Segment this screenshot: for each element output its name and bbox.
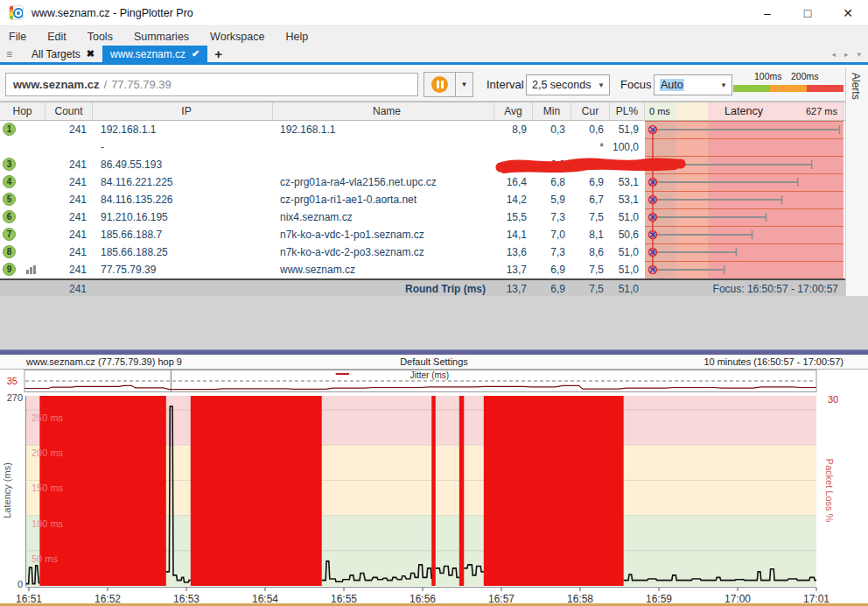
- pl-cell: 51,0: [610, 243, 645, 261]
- latency-range-cell: [645, 156, 844, 173]
- name-cell: cz-prg01a-ra4-vla2156.net.upc.cz: [273, 173, 494, 191]
- minimize-button[interactable]: –: [747, 0, 788, 25]
- title-bar: www.seznam.cz - PingPlotter Pro – □ ✕: [0, 0, 868, 26]
- hop-number-badge: 9: [3, 263, 16, 276]
- hop-cell: 9: [0, 261, 46, 278]
- name-cell: nix4.seznam.cz: [273, 208, 494, 226]
- tab-scroll-controls[interactable]: ◂▸▾: [831, 50, 861, 62]
- avg-cell: [494, 138, 533, 156]
- trace-table: Hop Count IP Name Avg Min Cur PL% 0 ms L…: [0, 102, 845, 298]
- table-row[interactable]: 424184.116.221.225cz-prg01a-ra4-vla2156.…: [0, 173, 845, 191]
- ip-cell: 185.66.188.7: [93, 226, 273, 243]
- table-row[interactable]: 624191.210.16.195nix4.seznam.cz15,57,37,…: [0, 208, 845, 226]
- table-row[interactable]: 924177.75.79.39www.seznam.cz13,76,97,551…: [0, 261, 845, 278]
- name-cell: n7k-ko-a-vdc-2-po3.seznam.cz: [273, 243, 494, 261]
- min-cell: 0,3: [533, 121, 571, 138]
- maximize-button[interactable]: □: [788, 0, 828, 25]
- band-value-label: 50 ms: [32, 553, 58, 564]
- jitter-axis-title: Jitter (ms): [410, 370, 449, 380]
- cur-cell: 7,5: [571, 208, 610, 226]
- hop-number-badge: 7: [3, 228, 16, 241]
- table-row[interactable]: 1241192.168.1.1192.168.1.18,90,30,651,9: [0, 121, 845, 138]
- x-axis-tick-label: 16:53: [173, 593, 200, 603]
- header-latency[interactable]: 0 ms Latency 627 ms: [645, 102, 844, 120]
- chevron-down-icon: ▼: [461, 81, 468, 88]
- interval-select[interactable]: 2,5 seconds ▼: [526, 74, 610, 95]
- min-cell: 7,0: [533, 226, 571, 243]
- latency-scale-title: Latency: [724, 105, 763, 117]
- round-trip-row[interactable]: 241 Round Trip (ms) 13,7 6,9 7,5 51,0 Fo…: [0, 278, 845, 298]
- new-tab-button[interactable]: +: [207, 46, 229, 62]
- tab-close-icon[interactable]: ✖: [87, 48, 94, 60]
- header-hop[interactable]: Hop: [0, 102, 46, 120]
- latency-range-cell: [645, 208, 844, 226]
- latency-color-legend: 100ms 200ms: [733, 71, 844, 97]
- target-input[interactable]: www.seznam.cz / 77.75.79.39: [5, 73, 418, 96]
- x-axis-tick-label: 16:54: [252, 593, 278, 603]
- avg-cell: 14,1: [494, 226, 533, 243]
- table-row[interactable]: -*100,0: [0, 138, 845, 156]
- table-row[interactable]: 324186.49.55.19316,66,07,050,6: [0, 156, 845, 173]
- cur-cell: 0,6: [571, 121, 610, 138]
- summary-pl: 51,0: [610, 280, 645, 296]
- hop-number-badge: 4: [3, 175, 16, 188]
- ip-cell: 86.49.55.193: [93, 156, 273, 173]
- latency-range-cell: [645, 121, 844, 138]
- avg-cell: 14,2: [494, 191, 533, 208]
- interval-label: Interval: [486, 78, 524, 91]
- pause-dropdown-button[interactable]: ▼: [455, 72, 473, 97]
- close-button[interactable]: ✕: [828, 0, 868, 25]
- chevron-down-icon: ▼: [716, 81, 732, 89]
- count-cell: 241: [46, 226, 93, 243]
- menu-workspace[interactable]: Workspace: [200, 26, 275, 48]
- pl-cell: 51,9: [610, 121, 645, 138]
- pl-cell: 50,6: [610, 226, 645, 243]
- latency-range-cell: [645, 191, 844, 208]
- name-cell: cz-prg01a-ri1-ae1-0.aorta.net: [273, 191, 494, 208]
- x-axis-tick-label: 16:57: [488, 593, 514, 603]
- band-value-label: 100 ms: [32, 518, 64, 529]
- tab-scroll-right-icon: ▸: [844, 50, 849, 59]
- count-cell: 241: [46, 243, 93, 261]
- header-name[interactable]: Name: [273, 102, 494, 120]
- latency-scale-max: 627 ms: [806, 106, 837, 116]
- jitter-graph[interactable]: Jitter (ms)35: [0, 370, 868, 392]
- menu-help[interactable]: Help: [275, 26, 318, 48]
- alerts-panel-tab[interactable]: Alerts: [845, 67, 868, 296]
- header-avg[interactable]: Avg: [494, 102, 533, 120]
- hamburger-icon[interactable]: ≡: [6, 48, 20, 60]
- tab-seznam[interactable]: www.seznam.cz ✔: [102, 46, 207, 62]
- pl-cell: 53,1: [610, 173, 645, 191]
- summary-cur: 7,5: [571, 280, 610, 296]
- hop-cell: 8: [0, 243, 46, 261]
- x-axis-tick-label: 16:56: [410, 593, 436, 603]
- count-cell: [46, 138, 93, 156]
- hop-number-badge: 5: [3, 193, 16, 206]
- header-pl[interactable]: PL%: [610, 102, 645, 120]
- legend-200ms-label: 200ms: [791, 71, 819, 81]
- avg-cell: 16,6: [494, 156, 533, 173]
- table-row[interactable]: 7241185.66.188.7n7k-ko-a-vdc-1-po1.sezna…: [0, 226, 845, 243]
- table-row[interactable]: 524184.116.135.226cz-prg01a-ri1-ae1-0.ao…: [0, 191, 845, 208]
- cur-cell: 6,9: [571, 173, 610, 191]
- pause-button[interactable]: [424, 72, 456, 97]
- header-cur[interactable]: Cur: [571, 102, 610, 120]
- timeline-range-label[interactable]: 10 minutes (16:50:57 - 17:00:57): [704, 356, 844, 367]
- latency-range-cell: [645, 138, 844, 156]
- target-separator: /: [104, 78, 108, 91]
- interval-value: 2,5 seconds: [532, 79, 591, 91]
- latency-timeline-graph[interactable]: 250 ms200 ms150 ms100 ms50 ms270030Laten…: [0, 392, 868, 603]
- toolbar: www.seznam.cz / 77.75.79.39 ▼ Interval 2…: [0, 67, 845, 102]
- ip-cell: -: [93, 138, 273, 156]
- hop-number-badge: 8: [3, 245, 16, 258]
- header-count[interactable]: Count: [46, 102, 93, 120]
- ip-cell: 77.75.79.39: [93, 261, 273, 278]
- header-min[interactable]: Min: [533, 102, 571, 120]
- tab-all-targets[interactable]: All Targets ✖: [24, 46, 102, 62]
- summary-count: 241: [46, 280, 93, 296]
- table-row[interactable]: 8241185.66.188.25n7k-ko-a-vdc-2-po3.sezn…: [0, 243, 845, 261]
- name-cell: n7k-ko-a-vdc-1-po1.seznam.cz: [273, 226, 494, 243]
- min-cell: 7,3: [533, 208, 571, 226]
- header-ip[interactable]: IP: [93, 102, 273, 120]
- focus-select[interactable]: Auto ▼: [654, 74, 732, 95]
